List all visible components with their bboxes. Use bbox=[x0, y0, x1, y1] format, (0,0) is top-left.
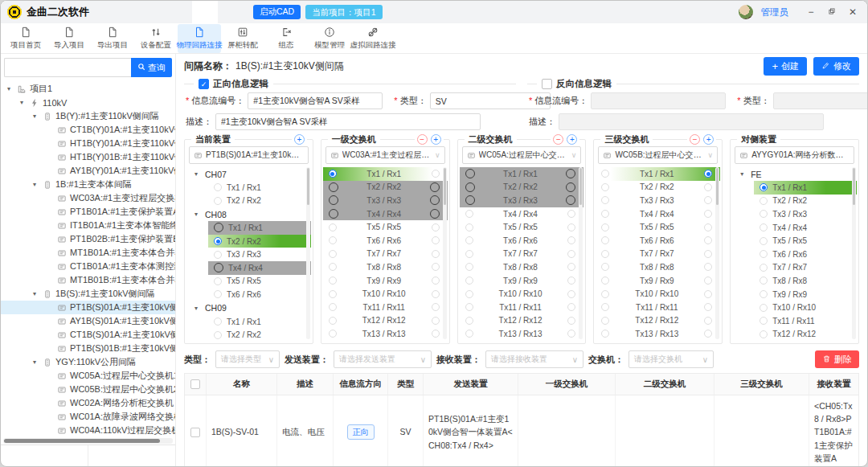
port-radio-right[interactable] bbox=[432, 236, 440, 244]
switch-port-row[interactable]: Tx9 / Rx9 bbox=[596, 274, 720, 288]
switch-port-row[interactable]: Tx3 / Rx3 bbox=[460, 194, 584, 207]
switch-port-row[interactable]: Tx10 / Rx10 bbox=[460, 287, 584, 301]
port-radio-right[interactable] bbox=[432, 330, 440, 338]
port-radio[interactable] bbox=[760, 197, 768, 205]
port-radio-left[interactable] bbox=[465, 277, 473, 285]
add-switch-icon[interactable] bbox=[294, 134, 305, 145]
tree-item[interactable]: ▾ PT1B(S)01A:#1主变10kV侧合智一体装置A bbox=[1, 301, 175, 314]
tree-item[interactable]: ▾ WC05B:过程层中心交换机2 bbox=[1, 383, 175, 396]
port-radio-right[interactable] bbox=[704, 196, 712, 204]
port-group-header[interactable]: ▾ CH09 bbox=[186, 301, 311, 315]
port-radio-left[interactable] bbox=[601, 196, 609, 204]
port-radio-left[interactable] bbox=[601, 223, 609, 231]
device-port-row[interactable]: Tx5 / Rx5 bbox=[754, 234, 857, 248]
switch-port-row[interactable]: Tx9 / Rx9 bbox=[323, 274, 448, 288]
switch-port-row[interactable]: Tx6 / Rx6 bbox=[460, 234, 584, 248]
port-radio[interactable] bbox=[214, 223, 223, 232]
username[interactable]: 管理员 bbox=[761, 6, 789, 18]
switch-port-row[interactable]: Tx10 / Rx10 bbox=[596, 287, 720, 301]
port-radio-left[interactable] bbox=[329, 209, 338, 219]
port-radio-right[interactable] bbox=[704, 330, 712, 338]
menu-item[interactable] bbox=[166, 1, 192, 23]
device-port-row[interactable]: Tx1 / Rx1 bbox=[208, 221, 311, 235]
minimize-button[interactable]: − bbox=[803, 6, 819, 18]
vscrollbar[interactable] bbox=[852, 167, 856, 339]
device-port-row[interactable]: Tx2 / Rx2 bbox=[754, 195, 857, 208]
port-radio-right[interactable] bbox=[566, 195, 575, 205]
caret-down-icon[interactable]: ▾ bbox=[7, 85, 14, 92]
port-radio-left[interactable] bbox=[465, 330, 473, 338]
port-radio-left[interactable] bbox=[465, 236, 473, 244]
port-radio[interactable] bbox=[760, 250, 768, 258]
switch-port-row[interactable]: Tx3 / Rx3 bbox=[596, 194, 720, 207]
delete-button[interactable]: 删除 bbox=[815, 350, 859, 368]
switch-select[interactable]: WC05B:过程层中心交换机2 ∨ bbox=[598, 146, 718, 164]
port-radio-left[interactable] bbox=[329, 182, 338, 192]
switch-port-row[interactable]: Tx1 / Rx1 bbox=[596, 167, 720, 181]
port-radio-left[interactable] bbox=[329, 195, 338, 205]
port-radio-right[interactable] bbox=[704, 263, 712, 271]
switch-port-row[interactable]: Tx2 / Rx2 bbox=[323, 181, 448, 195]
avatar[interactable] bbox=[739, 5, 753, 19]
device-port-row[interactable]: Tx8 / Rx8 bbox=[754, 274, 857, 288]
port-radio-right[interactable] bbox=[704, 236, 712, 244]
desc-input[interactable] bbox=[215, 113, 481, 130]
port-radio-left[interactable] bbox=[465, 263, 473, 271]
close-button[interactable]: ✕ bbox=[845, 6, 861, 18]
port-radio-left[interactable] bbox=[329, 236, 337, 244]
remove-switch-icon[interactable] bbox=[417, 134, 428, 145]
port-radio-right[interactable] bbox=[432, 290, 440, 298]
switch-port-row[interactable]: Tx4 / Rx4 bbox=[460, 207, 584, 221]
remove-switch-icon[interactable] bbox=[690, 134, 700, 145]
select-all-checkbox[interactable] bbox=[190, 379, 200, 389]
device-port-row[interactable]: Tx3 / Rx3 bbox=[754, 207, 857, 221]
switch-port-row[interactable]: Tx11 / Rx11 bbox=[460, 301, 584, 314]
port-radio-right[interactable] bbox=[567, 330, 575, 338]
sidebar-hscrollbar[interactable] bbox=[3, 438, 173, 444]
device-port-row[interactable]: Tx2 / Rx2 bbox=[208, 235, 311, 248]
tree-item[interactable]: ▾ WC03A:#1主变过程层交换机 bbox=[1, 191, 175, 205]
caret-down-icon[interactable]: ▾ bbox=[33, 181, 39, 188]
switch-port-row[interactable]: Tx1 / Rx1 bbox=[460, 167, 584, 181]
port-radio-right[interactable] bbox=[704, 277, 712, 285]
port-radio[interactable] bbox=[214, 331, 222, 339]
port-radio-left[interactable] bbox=[601, 263, 609, 271]
port-radio-left[interactable] bbox=[601, 290, 609, 298]
tree-item[interactable]: ▾ IT1B01A:#1主变本体智能终端 bbox=[1, 219, 175, 232]
port-radio[interactable] bbox=[760, 290, 768, 298]
port-radio-right[interactable] bbox=[567, 290, 575, 298]
port-radio-right[interactable] bbox=[704, 290, 712, 298]
switch-port-row[interactable]: Tx5 / Rx5 bbox=[596, 220, 720, 234]
port-radio-left[interactable] bbox=[329, 250, 337, 258]
switch-port-row[interactable]: Tx5 / Rx5 bbox=[460, 220, 584, 234]
port-radio-left[interactable] bbox=[329, 170, 337, 178]
port-radio-right[interactable] bbox=[704, 223, 712, 231]
switch-port-row[interactable]: Tx8 / Rx8 bbox=[323, 260, 448, 274]
toolbar-item[interactable]: 导入项目 bbox=[47, 24, 91, 53]
vscrollbar[interactable] bbox=[579, 167, 583, 339]
add-switch-icon[interactable] bbox=[703, 134, 714, 145]
toolbar-item[interactable]: 物理回路连接 bbox=[178, 24, 221, 53]
port-radio-right[interactable] bbox=[567, 210, 575, 218]
switch-port-row[interactable]: Tx9 / Rx9 bbox=[460, 274, 584, 288]
port-radio-left[interactable] bbox=[601, 303, 609, 311]
port-radio-left[interactable] bbox=[465, 182, 475, 192]
port-radio-right[interactable] bbox=[704, 183, 712, 191]
tree-item[interactable]: ▾ WC04A:110kV过程层交换机A bbox=[1, 424, 175, 437]
toolbar-item[interactable]: 项目首页 bbox=[4, 24, 47, 53]
port-radio-left[interactable] bbox=[465, 195, 475, 205]
device-port-row[interactable]: Tx6 / Rx6 bbox=[754, 248, 857, 261]
switch-port-row[interactable]: Tx1 / Rx1 bbox=[323, 167, 448, 181]
tree-item[interactable]: ▾ 1B(S):#1主变10kV侧间隔 bbox=[1, 287, 175, 301]
create-button[interactable]: 创建 bbox=[764, 57, 807, 76]
flow-no-input[interactable] bbox=[248, 92, 383, 109]
device-port-row[interactable]: Tx1 / Rx1 bbox=[208, 315, 311, 329]
switch-port-row[interactable]: Tx6 / Rx6 bbox=[596, 234, 720, 248]
port-radio[interactable] bbox=[760, 317, 768, 325]
device-port-row[interactable]: Tx10 / Rx10 bbox=[754, 301, 857, 314]
port-radio-right[interactable] bbox=[567, 263, 575, 271]
switch-port-row[interactable]: Tx11 / Rx11 bbox=[323, 301, 448, 314]
device-port-row[interactable]: Tx5 / Rx5 bbox=[208, 275, 311, 289]
port-radio[interactable] bbox=[214, 290, 222, 298]
switch-port-row[interactable]: Tx10 / Rx10 bbox=[323, 287, 448, 301]
